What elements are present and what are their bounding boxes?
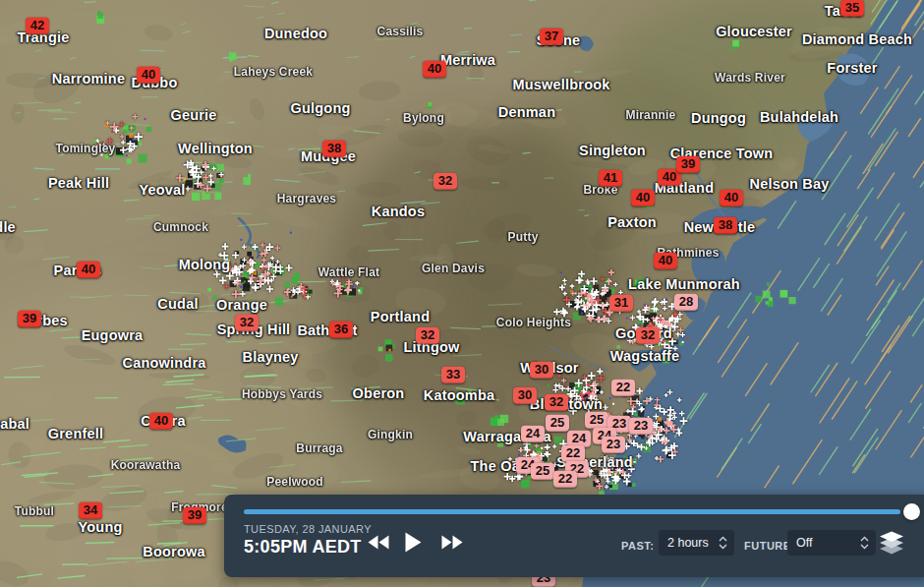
- town-label: Forster: [827, 60, 877, 76]
- temp-badge[interactable]: 25: [585, 412, 608, 429]
- play-icon: [405, 532, 422, 553]
- timeline-track[interactable]: [244, 509, 900, 514]
- town-label: Peelwood: [266, 475, 323, 489]
- town-label: Putty: [508, 230, 539, 244]
- temp-badge[interactable]: 30: [530, 362, 553, 379]
- temp-badge[interactable]: 40: [77, 262, 100, 278]
- rewind-button[interactable]: [368, 535, 389, 550]
- temp-badge[interactable]: 32: [416, 327, 439, 344]
- past-select[interactable]: 2 hours: [659, 530, 734, 556]
- date-label: TUESDAY, 28 JANUARY: [244, 523, 372, 535]
- temp-badge[interactable]: 39: [676, 156, 700, 173]
- temp-badge[interactable]: 25: [546, 415, 569, 432]
- temp-badge[interactable]: 33: [441, 367, 465, 383]
- layers-icon: [879, 531, 904, 556]
- temp-badge[interactable]: 36: [329, 322, 353, 338]
- town-label: Grenfell: [48, 426, 103, 441]
- town-label: Merriwa: [440, 52, 495, 68]
- town-label: Mirannie: [626, 108, 676, 122]
- town-label: Wattle Flat: [318, 265, 379, 279]
- temp-badge[interactable]: 35: [840, 0, 864, 16]
- town-label: Hargraves: [277, 192, 337, 205]
- temp-badge[interactable]: 30: [513, 387, 537, 404]
- playback-panel: TUESDAY, 28 JANUARY 5:05PM AEDT PAST: 2 …: [224, 495, 924, 577]
- temp-badge[interactable]: 38: [714, 217, 737, 234]
- town-label: Boorowa: [143, 544, 204, 559]
- town-label: Glen Davis: [422, 262, 485, 275]
- town-label: Eugowra: [82, 327, 144, 343]
- temp-badge[interactable]: 32: [433, 173, 457, 190]
- temp-badge[interactable]: 41: [599, 170, 622, 187]
- town-label: Yeoval: [139, 182, 185, 198]
- town-label: Caragabal: [0, 416, 29, 432]
- town-label: Portland: [371, 309, 430, 324]
- temp-badge[interactable]: 32: [545, 394, 568, 411]
- town-label: Nelson Bay: [750, 176, 830, 192]
- town-label: Cassilis: [377, 25, 424, 38]
- town-label: Trundle: [0, 219, 16, 235]
- future-select-value: Off: [796, 536, 812, 550]
- town-label: Geurie: [170, 107, 216, 123]
- town-label: Dunedoo: [264, 26, 327, 41]
- layers-button[interactable]: [879, 531, 904, 556]
- town-label: Tomingley: [56, 142, 116, 155]
- temp-badge[interactable]: 23: [602, 437, 625, 453]
- play-button[interactable]: [405, 532, 422, 553]
- rewind-icon: [368, 535, 389, 550]
- town-label: Young: [78, 519, 122, 535]
- town-label: Peak Hill: [48, 175, 109, 191]
- temp-badge[interactable]: 22: [561, 445, 585, 462]
- town-label: Dungog: [691, 110, 746, 126]
- past-select-value: 2 hours: [667, 536, 709, 550]
- temp-badge[interactable]: 37: [540, 29, 563, 45]
- town-label: Wards River: [715, 71, 785, 85]
- past-label: PAST:: [621, 540, 654, 552]
- temp-badge[interactable]: 39: [183, 507, 206, 524]
- town-label: Muswellbrook: [512, 77, 609, 92]
- temp-badge[interactable]: 42: [26, 18, 49, 34]
- town-label: Bylong: [403, 111, 444, 125]
- temp-badge[interactable]: 32: [235, 315, 259, 331]
- temp-badge[interactable]: 40: [654, 253, 677, 269]
- town-label: Burraga: [296, 441, 342, 455]
- town-label: Koorawatha: [111, 458, 181, 472]
- temp-badge[interactable]: 22: [611, 380, 635, 396]
- temp-badge[interactable]: 39: [18, 311, 41, 327]
- temp-badge[interactable]: 40: [149, 413, 173, 430]
- chevron-updown-icon: [718, 535, 728, 551]
- town-label: Katoomba: [424, 387, 495, 403]
- temp-badge[interactable]: 32: [636, 327, 660, 344]
- temp-badge[interactable]: 22: [553, 471, 577, 488]
- temp-badge[interactable]: 40: [423, 61, 446, 78]
- town-label: Oberon: [353, 385, 405, 401]
- town-label: Hobbys Yards: [242, 387, 322, 401]
- town-label: Kandos: [372, 204, 425, 219]
- temp-badge[interactable]: 40: [137, 67, 160, 84]
- town-label: Gulgong: [291, 100, 351, 116]
- town-label: Colo Heights: [496, 316, 571, 329]
- town-label: Bulahdelah: [760, 109, 838, 125]
- temp-badge[interactable]: 24: [521, 426, 545, 442]
- time-label: 5:05PM AEDT: [244, 537, 362, 558]
- town-label: Lake Munmorah: [628, 276, 740, 292]
- temp-badge[interactable]: 25: [531, 463, 554, 480]
- town-label: Gingkin: [368, 428, 413, 441]
- town-label: Paxton: [607, 214, 657, 230]
- temp-badge[interactable]: 40: [631, 190, 655, 206]
- future-select[interactable]: Off: [787, 530, 876, 556]
- temp-badge[interactable]: 31: [609, 295, 633, 312]
- temp-badge[interactable]: 40: [720, 190, 743, 206]
- temp-badge[interactable]: 34: [79, 502, 102, 519]
- temp-badge[interactable]: 38: [322, 141, 346, 157]
- fast-forward-button[interactable]: [441, 535, 463, 550]
- town-label: Wagstaffe: [610, 348, 680, 364]
- temp-badge[interactable]: 28: [674, 294, 698, 311]
- town-label: Wellington: [178, 141, 253, 156]
- temp-badge[interactable]: 23: [629, 418, 653, 435]
- town-label: Diamond Beach: [802, 31, 912, 47]
- town-label: Gloucester: [716, 24, 792, 39]
- timeline-knob[interactable]: [903, 503, 920, 520]
- fast-forward-icon: [441, 535, 463, 550]
- town-label: Cumnock: [153, 220, 208, 234]
- town-label: Orange: [216, 297, 267, 313]
